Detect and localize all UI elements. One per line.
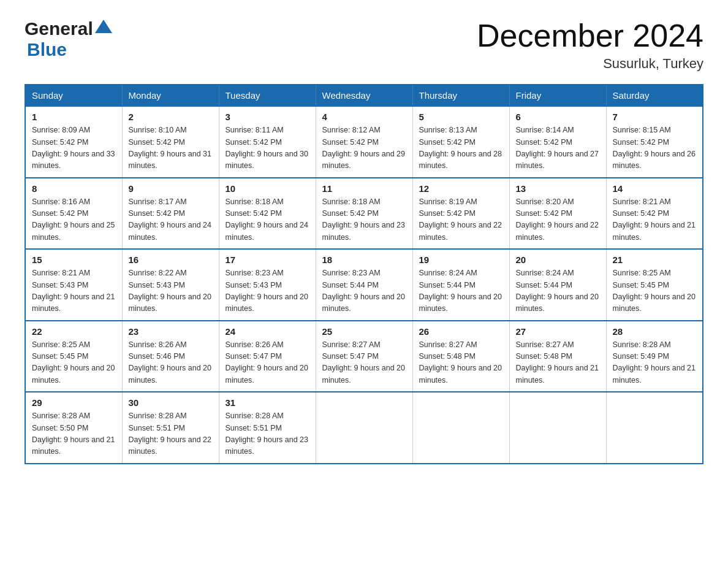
calendar-cell: 25 Sunrise: 8:27 AMSunset: 5:47 PMDaylig…	[316, 321, 412, 393]
day-info: Sunrise: 8:12 AMSunset: 5:42 PMDaylight:…	[322, 124, 406, 172]
calendar-cell: 20 Sunrise: 8:24 AMSunset: 5:44 PMDaylig…	[509, 249, 606, 321]
day-number: 22	[32, 326, 116, 337]
day-number: 26	[419, 326, 503, 337]
day-info: Sunrise: 8:23 AMSunset: 5:44 PMDaylight:…	[322, 267, 406, 315]
day-number: 16	[129, 255, 213, 265]
day-info: Sunrise: 8:21 AMSunset: 5:43 PMDaylight:…	[32, 267, 116, 315]
day-info: Sunrise: 8:10 AMSunset: 5:42 PMDaylight:…	[129, 124, 213, 172]
calendar-cell: 11 Sunrise: 8:18 AMSunset: 5:42 PMDaylig…	[316, 178, 412, 250]
day-number: 2	[129, 112, 213, 122]
calendar-cell: 31 Sunrise: 8:28 AMSunset: 5:51 PMDaylig…	[219, 392, 316, 464]
calendar-cell: 9 Sunrise: 8:17 AMSunset: 5:42 PMDayligh…	[122, 178, 219, 250]
day-number: 18	[322, 255, 406, 265]
day-info: Sunrise: 8:16 AMSunset: 5:42 PMDaylight:…	[32, 196, 116, 244]
calendar-cell: 28 Sunrise: 8:28 AMSunset: 5:49 PMDaylig…	[606, 321, 703, 393]
day-number: 4	[322, 112, 406, 122]
calendar-cell: 19 Sunrise: 8:24 AMSunset: 5:44 PMDaylig…	[412, 249, 509, 321]
calendar-week-row: 22 Sunrise: 8:25 AMSunset: 5:45 PMDaylig…	[25, 321, 703, 393]
calendar-cell	[412, 392, 509, 464]
day-number: 31	[226, 397, 309, 408]
day-number: 29	[32, 397, 116, 408]
day-info: Sunrise: 8:28 AMSunset: 5:49 PMDaylight:…	[613, 339, 697, 387]
day-number: 3	[226, 112, 309, 122]
calendar-cell: 29 Sunrise: 8:28 AMSunset: 5:50 PMDaylig…	[25, 392, 122, 464]
day-number: 30	[129, 397, 213, 408]
col-header-friday: Friday	[509, 85, 606, 106]
calendar-cell: 30 Sunrise: 8:28 AMSunset: 5:51 PMDaylig…	[122, 392, 219, 464]
day-info: Sunrise: 8:22 AMSunset: 5:43 PMDaylight:…	[129, 267, 213, 315]
calendar-cell: 23 Sunrise: 8:26 AMSunset: 5:46 PMDaylig…	[122, 321, 219, 393]
calendar-subtitle: Susurluk, Turkey	[477, 56, 703, 72]
day-number: 17	[226, 255, 309, 265]
day-number: 27	[516, 326, 600, 337]
calendar-cell: 5 Sunrise: 8:13 AMSunset: 5:42 PMDayligh…	[412, 106, 509, 178]
day-info: Sunrise: 8:17 AMSunset: 5:42 PMDaylight:…	[129, 196, 213, 244]
calendar-cell: 14 Sunrise: 8:21 AMSunset: 5:42 PMDaylig…	[606, 178, 703, 250]
col-header-tuesday: Tuesday	[219, 85, 316, 106]
day-number: 28	[613, 326, 697, 337]
day-info: Sunrise: 8:26 AMSunset: 5:46 PMDaylight:…	[129, 339, 213, 387]
day-info: Sunrise: 8:24 AMSunset: 5:44 PMDaylight:…	[419, 267, 503, 315]
calendar-cell: 2 Sunrise: 8:10 AMSunset: 5:42 PMDayligh…	[122, 106, 219, 178]
calendar-cell: 16 Sunrise: 8:22 AMSunset: 5:43 PMDaylig…	[122, 249, 219, 321]
calendar-week-row: 29 Sunrise: 8:28 AMSunset: 5:50 PMDaylig…	[25, 392, 703, 464]
col-header-thursday: Thursday	[412, 85, 509, 106]
col-header-wednesday: Wednesday	[316, 85, 412, 106]
day-number: 9	[129, 183, 213, 194]
day-info: Sunrise: 8:27 AMSunset: 5:47 PMDaylight:…	[322, 339, 406, 387]
calendar-cell	[316, 392, 412, 464]
col-header-saturday: Saturday	[606, 85, 703, 106]
calendar-cell: 12 Sunrise: 8:19 AMSunset: 5:42 PMDaylig…	[412, 178, 509, 250]
day-info: Sunrise: 8:19 AMSunset: 5:42 PMDaylight:…	[419, 196, 503, 244]
calendar-cell: 15 Sunrise: 8:21 AMSunset: 5:43 PMDaylig…	[25, 249, 122, 321]
calendar-table: SundayMondayTuesdayWednesdayThursdayFrid…	[25, 84, 703, 464]
page-header: General Blue December 2024 Susurluk, Tur…	[25, 18, 703, 72]
day-number: 10	[226, 183, 309, 194]
day-info: Sunrise: 8:25 AMSunset: 5:45 PMDaylight:…	[32, 339, 116, 387]
calendar-cell	[509, 392, 606, 464]
calendar-cell: 17 Sunrise: 8:23 AMSunset: 5:43 PMDaylig…	[219, 249, 316, 321]
day-info: Sunrise: 8:24 AMSunset: 5:44 PMDaylight:…	[516, 267, 600, 315]
day-info: Sunrise: 8:28 AMSunset: 5:51 PMDaylight:…	[226, 410, 309, 458]
calendar-title: December 2024	[477, 18, 703, 53]
day-number: 7	[613, 112, 697, 122]
logo-triangle-icon	[95, 20, 112, 33]
calendar-cell: 10 Sunrise: 8:18 AMSunset: 5:42 PMDaylig…	[219, 178, 316, 250]
day-number: 12	[419, 183, 503, 194]
calendar-cell: 21 Sunrise: 8:25 AMSunset: 5:45 PMDaylig…	[606, 249, 703, 321]
title-section: December 2024 Susurluk, Turkey	[477, 18, 703, 72]
calendar-cell: 7 Sunrise: 8:15 AMSunset: 5:42 PMDayligh…	[606, 106, 703, 178]
day-number: 14	[613, 183, 697, 194]
calendar-cell: 6 Sunrise: 8:14 AMSunset: 5:42 PMDayligh…	[509, 106, 606, 178]
day-info: Sunrise: 8:27 AMSunset: 5:48 PMDaylight:…	[516, 339, 600, 387]
calendar-cell: 27 Sunrise: 8:27 AMSunset: 5:48 PMDaylig…	[509, 321, 606, 393]
day-info: Sunrise: 8:18 AMSunset: 5:42 PMDaylight:…	[322, 196, 406, 244]
day-info: Sunrise: 8:27 AMSunset: 5:48 PMDaylight:…	[419, 339, 503, 387]
day-number: 25	[322, 326, 406, 337]
day-number: 13	[516, 183, 600, 194]
calendar-cell: 4 Sunrise: 8:12 AMSunset: 5:42 PMDayligh…	[316, 106, 412, 178]
day-info: Sunrise: 8:18 AMSunset: 5:42 PMDaylight:…	[226, 196, 309, 244]
day-number: 5	[419, 112, 503, 122]
day-number: 6	[516, 112, 600, 122]
day-info: Sunrise: 8:28 AMSunset: 5:51 PMDaylight:…	[129, 410, 213, 458]
calendar-cell: 22 Sunrise: 8:25 AMSunset: 5:45 PMDaylig…	[25, 321, 122, 393]
day-number: 1	[32, 112, 116, 122]
day-number: 23	[129, 326, 213, 337]
day-info: Sunrise: 8:20 AMSunset: 5:42 PMDaylight:…	[516, 196, 600, 244]
calendar-cell: 3 Sunrise: 8:11 AMSunset: 5:42 PMDayligh…	[219, 106, 316, 178]
logo: General Blue	[25, 18, 112, 60]
calendar-week-row: 8 Sunrise: 8:16 AMSunset: 5:42 PMDayligh…	[25, 178, 703, 250]
day-info: Sunrise: 8:21 AMSunset: 5:42 PMDaylight:…	[613, 196, 697, 244]
col-header-monday: Monday	[122, 85, 219, 106]
day-info: Sunrise: 8:25 AMSunset: 5:45 PMDaylight:…	[613, 267, 697, 315]
day-info: Sunrise: 8:11 AMSunset: 5:42 PMDaylight:…	[226, 124, 309, 172]
day-number: 20	[516, 255, 600, 265]
day-number: 24	[226, 326, 309, 337]
day-number: 19	[419, 255, 503, 265]
day-number: 8	[32, 183, 116, 194]
day-info: Sunrise: 8:09 AMSunset: 5:42 PMDaylight:…	[32, 124, 116, 172]
calendar-cell: 26 Sunrise: 8:27 AMSunset: 5:48 PMDaylig…	[412, 321, 509, 393]
calendar-week-row: 1 Sunrise: 8:09 AMSunset: 5:42 PMDayligh…	[25, 106, 703, 178]
calendar-cell	[606, 392, 703, 464]
